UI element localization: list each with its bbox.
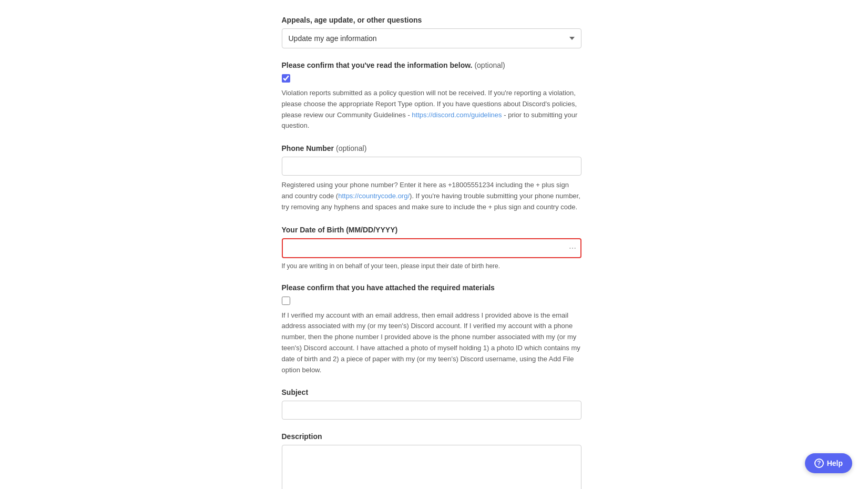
- confirm-read-row: [282, 74, 629, 83]
- help-button[interactable]: ? Help: [805, 453, 852, 473]
- confirm-materials-checkbox[interactable]: [282, 297, 290, 305]
- confirm-materials-label: Please confirm that you have attached th…: [282, 283, 629, 292]
- phone-input[interactable]: [282, 157, 581, 176]
- help-label: Help: [827, 459, 843, 467]
- description-label: Description: [282, 432, 629, 441]
- confirm-read-info: Violation reports submitted as a policy …: [282, 88, 581, 131]
- dob-input-wrapper: ⋯: [282, 238, 581, 258]
- countrycode-link[interactable]: https://countrycode.org/: [338, 192, 410, 200]
- confirm-read-optional: (optional): [474, 61, 505, 69]
- confirm-materials-text: If I verified my account with an email a…: [282, 310, 581, 376]
- confirm-read-checkbox[interactable]: [282, 74, 290, 83]
- phone-label: Phone Number (optional): [282, 144, 629, 152]
- dob-label: Your Date of Birth (MM/DD/YYYY): [282, 226, 629, 234]
- section-appeals: Appeals, age update, or other questions …: [282, 16, 629, 48]
- section-dob: Your Date of Birth (MM/DD/YYYY) ⋯ If you…: [282, 226, 629, 271]
- section-confirm-materials: Please confirm that you have attached th…: [282, 283, 629, 376]
- page-container: Appeals, age update, or other questions …: [229, 0, 639, 489]
- appeals-label: Appeals, age update, or other questions: [282, 16, 629, 24]
- section-subject: Subject: [282, 388, 629, 420]
- appeals-select[interactable]: Update my age information Appeal a ban O…: [282, 28, 581, 48]
- section-description: Description: [282, 432, 629, 489]
- guidelines-link[interactable]: https://discord.com/guidelines: [412, 111, 502, 119]
- confirm-materials-row: [282, 296, 629, 305]
- dob-helper: If you are writing in on behalf of your …: [282, 261, 581, 271]
- section-phone: Phone Number (optional) Registered using…: [282, 144, 629, 212]
- subject-input[interactable]: [282, 401, 581, 420]
- section-confirm-read: Please confirm that you've read the info…: [282, 61, 629, 131]
- subject-label: Subject: [282, 388, 629, 396]
- description-textarea[interactable]: [282, 445, 581, 489]
- help-icon: ?: [814, 459, 824, 468]
- phone-optional: (optional): [336, 144, 366, 152]
- dob-input[interactable]: [282, 238, 581, 258]
- phone-helper: Registered using your phone number? Ente…: [282, 180, 581, 212]
- confirm-read-label: Please confirm that you've read the info…: [282, 61, 629, 69]
